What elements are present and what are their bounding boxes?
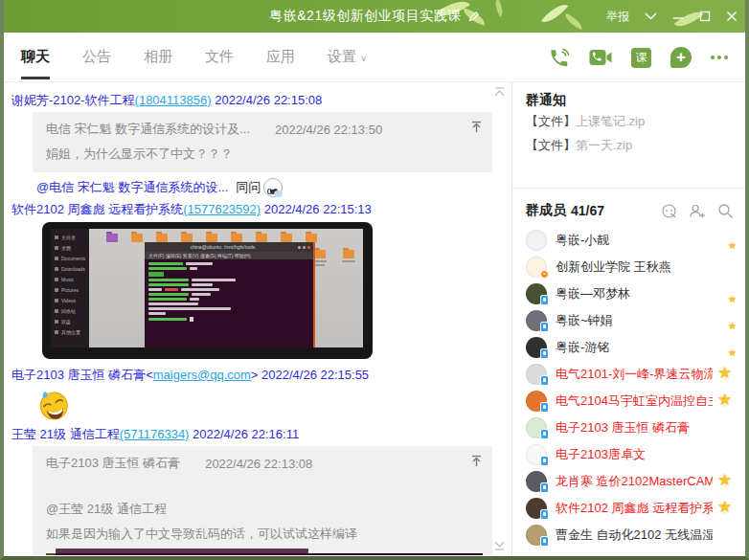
notice-file-item[interactable]: 【文件】上课笔记.zip [526,109,734,133]
mobile-online-badge [540,509,549,520]
member-name: 电气2101-刘一峰-界速云物流 [556,366,713,383]
member-row[interactable]: 创新创业学院 王秋燕 ★ ★z [526,254,745,280]
message-sender-line: 软件2102 周鑫彪 远程看护系统(1577623592) 2022/4/26 … [11,201,502,218]
add-icon[interactable]: + [670,47,692,68]
quoted-text-2: 娟姐，为什么显示不了中文？？？ [46,146,481,163]
notice-file-item[interactable]: 【文件】第一天.zip [526,133,734,157]
tab[interactable]: 设置∨ [328,34,367,79]
member-row[interactable]: 电子2103唐卓文 ★ ★z [526,441,745,468]
quoted-sender: 电子2103 唐玉恒 磷石膏 [46,455,180,472]
chat-image-terminal-photo[interactable]: 主目录桌面DocumentsDownloadsMusicPicturesVide… [42,222,373,359]
window-content: 谢妮芳-2102-软件工程(1804113856) 2022/4/26 22:1… [4,82,745,555]
member-avatar [526,498,547,519]
member-row[interactable]: 龙肖寒 造价2102MasterCAM自 ★ ★z [526,468,745,495]
scroll-to-bottom-icon[interactable] [492,540,506,551]
member-role-badge: ★ ★z [716,258,736,277]
report-button[interactable]: 举报 [606,9,629,25]
terminal-output [145,259,313,322]
more-icon[interactable] [711,56,728,59]
voice-call-icon[interactable] [548,47,570,69]
member-row[interactable]: 曹金生 自动化2102 无线温湿采集 ★ ★z [526,522,745,549]
member-row[interactable]: 粤嵌~钟娟 ★ ★z [526,307,745,334]
edit-title-icon[interactable] [467,11,480,23]
quoted-message: 电子2103 唐玉恒 磷石膏 2022/4/26 22:13:08 @王莹 21… [33,446,492,555]
member-avatar [526,337,547,358]
laugh-cry-emoji [36,388,71,422]
members-header: 群成员 41/67 [512,189,745,227]
desktop-folder-icons [106,234,317,242]
message-time: 2022/4/26 22:15:55 [261,368,369,382]
tab[interactable]: 相册∨ [144,34,172,79]
tab[interactable]: 聊天∨ [21,34,50,79]
member-row[interactable]: 电气2101-刘一峰-界速云物流 ★ ★z [526,361,745,388]
sender-email-link[interactable]: maigers@qq.com [153,368,251,382]
member-avatar [526,310,547,331]
minimize-button[interactable] [672,11,684,22]
member-avatar [526,257,547,278]
ubuntu-files-sidebar: 主目录桌面DocumentsDownloadsMusicPicturesVide… [51,229,89,347]
video-call-icon[interactable] [589,48,612,67]
terminal-window: china@ubuntu: /mnt/hgfs/tools 文件(F) 编辑(E… [145,242,315,347]
tab[interactable]: 应用∨ [266,34,295,79]
member-avatar [526,283,547,304]
member-row[interactable]: 电子2103 唐玉恒 磷石膏 ★ ★z [526,414,745,441]
member-row[interactable]: 粤嵌-小靓 ★ ★z [526,227,745,254]
bracket: < [146,368,153,382]
mobile-online-badge [540,536,549,547]
titlebar: 粤嵌&21级创新创业项目实践课 举报 [4,0,745,33]
sender-name: 谢妮芳-2102-软件工程 [11,93,135,107]
members-title: 群成员 [526,202,566,219]
member-row[interactable]: 电气2104马宇虹室内温控自主调 ★ ★z [526,388,745,414]
member-name: 粤嵌—邓梦林 [556,285,713,302]
mobile-online-badge [540,322,549,332]
member-name: 电气2104马宇虹室内温控自主调 [556,392,713,410]
jump-to-message-icon[interactable] [470,121,483,133]
photo-screen: 主目录桌面DocumentsDownloadsMusicPicturesVide… [51,229,363,347]
leaf-decoration [541,0,568,28]
anonymous-chat-icon[interactable] [661,203,677,219]
member-row[interactable]: 软件2102 周鑫彪 远程看护系统 ★ ★z [526,495,745,522]
member-role-badge: ★ ★z [716,338,736,357]
member-avatar [526,391,547,412]
member-row[interactable]: 粤嵌-游铭 ★ ★z [526,334,745,361]
quoted-text: 电信 宋仁魁 数字通信系统的设计及... [46,121,250,138]
class-app-icon[interactable]: 课 [631,48,651,68]
member-role-badge: ★ ★z [716,231,736,250]
member-name: 粤嵌-游铭 [556,339,713,356]
sender-qq-link[interactable]: (571176334) [120,427,190,441]
close-button[interactable] [726,11,738,22]
mobile-online-badge [540,402,549,413]
search-icon[interactable] [717,203,734,219]
mobile-online-badge [540,295,549,305]
member-role-badge: ★ ★z [716,418,736,437]
jump-to-message-icon[interactable] [470,455,483,467]
maximize-button[interactable] [699,11,711,22]
mention-text[interactable]: @电信 宋仁魁 数字通信系统的设... [36,179,228,196]
member-role-badge: ★ ★z [716,311,736,330]
quoted-code-image: root@ubuntu:/mnt/hgfs/share# gcc 1.c -o … [46,549,483,555]
scroll-to-top-icon[interactable] [492,86,506,98]
chat-history-area: 谢妮芳-2102-软件工程(1804113856) 2022/4/26 22:1… [4,82,511,555]
chevron-down-icon[interactable] [645,12,657,20]
reply-text: 同问 [236,179,261,196]
member-row[interactable]: 粤嵌—邓梦林 ★ ★z [526,280,745,307]
tab[interactable]: 文件∨ [205,34,234,79]
tab[interactable]: 公告∨ [82,34,111,79]
group-title: 粤嵌&21级创新创业项目实践课 [269,8,461,25]
quoted-time: 2022/4/26 22:13:08 [205,457,312,471]
member-role-badge: ★ ★z [716,526,736,545]
ubuntu-desktop: china@ubuntu: /mnt/hgfs/tools 文件(F) 编辑(E… [89,229,363,347]
sender-name: 电子2103 唐玉恒 磷石膏 [11,368,146,382]
member-list: 粤嵌-小靓 ★ ★z 创新创业学院 王秋燕 ★ ★z [512,227,745,555]
group-notice-section: 群通知 【文件】上课笔记.zip【文件】第一天.zip [512,82,745,188]
member-name: 创新创业学院 王秋燕 [556,258,713,276]
mobile-online-badge [540,456,549,466]
sender-qq-link[interactable]: (1804113856) [135,93,212,107]
leaf-decoration [491,0,507,17]
member-avatar [526,444,547,465]
member-role-badge: ★ ★z [716,499,736,518]
sender-qq-link[interactable]: (1577623592) [183,202,261,216]
member-avatar [526,471,547,492]
invite-member-icon[interactable] [689,203,706,219]
tabs: 聊天∨公告∨相册∨文件∨应用∨设置∨ [21,34,367,79]
